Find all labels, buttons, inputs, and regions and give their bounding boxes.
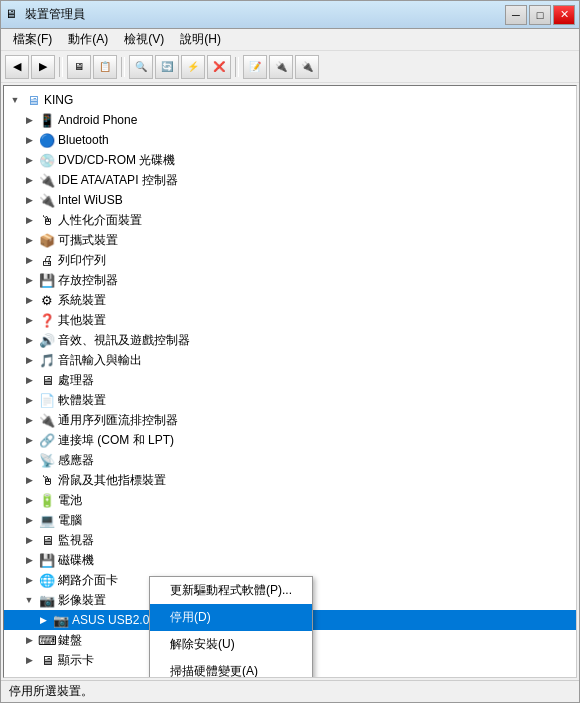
android-expand[interactable]: ▶	[22, 113, 36, 127]
root-icon: 🖥	[25, 92, 41, 108]
tree-item-wiusb[interactable]: ▶ 🔌 Intel WiUSB	[4, 190, 576, 210]
ide-expand[interactable]: ▶	[22, 173, 36, 187]
monitor-expand[interactable]: ▶	[22, 533, 36, 547]
menu-help[interactable]: 說明(H)	[172, 29, 229, 50]
webcam-icon: 📷	[53, 612, 69, 628]
menu-action[interactable]: 動作(A)	[60, 29, 116, 50]
other-label: 其他裝置	[58, 312, 106, 329]
ctx-update[interactable]: 更新驅動程式軟體(P)...	[150, 577, 312, 604]
wiusb-expand[interactable]: ▶	[22, 193, 36, 207]
keyboard-icon: ⌨	[39, 632, 55, 648]
display-expand[interactable]: ▶	[22, 653, 36, 667]
status-text: 停用所選裝置。	[9, 683, 93, 700]
ide-icon: 🔌	[39, 172, 55, 188]
storage-icon: 💾	[39, 272, 55, 288]
tree-item-dvd[interactable]: ▶ 💿 DVD/CD-ROM 光碟機	[4, 150, 576, 170]
disk-expand[interactable]: ▶	[22, 553, 36, 567]
keyboard-expand[interactable]: ▶	[22, 633, 36, 647]
monitor-label: 監視器	[58, 532, 94, 549]
mouse-expand[interactable]: ▶	[22, 473, 36, 487]
sound-expand[interactable]: ▶	[22, 333, 36, 347]
bluetooth-expand[interactable]: ▶	[22, 133, 36, 147]
tree-item-portable[interactable]: ▶ 📦 可攜式裝置	[4, 230, 576, 250]
com-icon: 🔗	[39, 432, 55, 448]
portable-expand[interactable]: ▶	[22, 233, 36, 247]
tree-item-battery[interactable]: ▶ 🔋 電池	[4, 490, 576, 510]
system-expand[interactable]: ▶	[22, 293, 36, 307]
tree-item-bluetooth[interactable]: ▶ 🔵 Bluetooth	[4, 130, 576, 150]
tree-item-ide[interactable]: ▶ 🔌 IDE ATA/ATAPI 控制器	[4, 170, 576, 190]
sensor-expand[interactable]: ▶	[22, 453, 36, 467]
tree-item-system[interactable]: ▶ ⚙ 系統裝置	[4, 290, 576, 310]
toolbar-btn-7[interactable]: 📝	[243, 55, 267, 79]
tree-item-storage[interactable]: ▶ 💾 存放控制器	[4, 270, 576, 290]
processor-icon: 🖥	[39, 372, 55, 388]
minimize-button[interactable]: ─	[505, 5, 527, 25]
tree-item-computer[interactable]: ▶ 💻 電腦	[4, 510, 576, 530]
tree-item-sensor[interactable]: ▶ 📡 感應器	[4, 450, 576, 470]
ctx-disable[interactable]: 停用(D)	[150, 604, 312, 631]
menu-view[interactable]: 檢視(V)	[116, 29, 172, 50]
toolbar-btn-4[interactable]: 🔄	[155, 55, 179, 79]
storage-expand[interactable]: ▶	[22, 273, 36, 287]
close-button[interactable]: ✕	[553, 5, 575, 25]
tree-item-audio[interactable]: ▶ 🎵 音訊輸入與輸出	[4, 350, 576, 370]
toolbar-btn-1[interactable]: 🖥	[67, 55, 91, 79]
forward-button[interactable]: ▶	[31, 55, 55, 79]
tree-item-android[interactable]: ▶ 📱 Android Phone	[4, 110, 576, 130]
back-button[interactable]: ◀	[5, 55, 29, 79]
wiusb-icon: 🔌	[39, 192, 55, 208]
hid-expand[interactable]: ▶	[22, 213, 36, 227]
toolbar-btn-2[interactable]: 📋	[93, 55, 117, 79]
tree-item-sound[interactable]: ▶ 🔊 音效、視訊及遊戲控制器	[4, 330, 576, 350]
toolbar-separator-3	[235, 57, 239, 77]
network-expand[interactable]: ▶	[22, 573, 36, 587]
computer-label: 電腦	[58, 512, 82, 529]
com-label: 連接埠 (COM 和 LPT)	[58, 432, 174, 449]
printer-expand[interactable]: ▶	[22, 253, 36, 267]
ctx-uninstall[interactable]: 解除安裝(U)	[150, 631, 312, 658]
title-bar: 🖥 裝置管理員 ─ □ ✕	[1, 1, 579, 29]
computer-expand[interactable]: ▶	[22, 513, 36, 527]
tree-item-hid[interactable]: ▶ 🖱 人性化介面裝置	[4, 210, 576, 230]
webcam-expand[interactable]: ▶	[36, 613, 50, 627]
toolbar: ◀ ▶ 🖥 📋 🔍 🔄 ⚡ ❌ 📝 🔌 🔌	[1, 51, 579, 83]
portable-icon: 📦	[39, 232, 55, 248]
tree-item-usb-ctrl[interactable]: ▶ 🔌 通用序列匯流排控制器	[4, 410, 576, 430]
tree-item-disk[interactable]: ▶ 💾 磁碟機	[4, 550, 576, 570]
ctx-scan[interactable]: 掃描硬體變更(A)	[150, 658, 312, 678]
processor-expand[interactable]: ▶	[22, 373, 36, 387]
device-manager-window: 🖥 裝置管理員 ─ □ ✕ 檔案(F) 動作(A) 檢視(V) 說明(H) ◀ …	[0, 0, 580, 703]
root-label: KING	[44, 93, 73, 107]
toolbar-btn-5[interactable]: ⚡	[181, 55, 205, 79]
disk-label: 磁碟機	[58, 552, 94, 569]
tree-root[interactable]: ▼ 🖥 KING	[4, 90, 576, 110]
image-expand[interactable]: ▼	[22, 593, 36, 607]
toolbar-btn-8[interactable]: 🔌	[269, 55, 293, 79]
tree-item-com[interactable]: ▶ 🔗 連接埠 (COM 和 LPT)	[4, 430, 576, 450]
maximize-button[interactable]: □	[529, 5, 551, 25]
root-expand-icon[interactable]: ▼	[8, 93, 22, 107]
toolbar-separator-1	[59, 57, 63, 77]
software-icon: 📄	[39, 392, 55, 408]
software-expand[interactable]: ▶	[22, 393, 36, 407]
tree-item-mouse[interactable]: ▶ 🖱 滑鼠及其他指標裝置	[4, 470, 576, 490]
audio-expand[interactable]: ▶	[22, 353, 36, 367]
tree-item-processor[interactable]: ▶ 🖥 處理器	[4, 370, 576, 390]
toolbar-btn-3[interactable]: 🔍	[129, 55, 153, 79]
toolbar-btn-6[interactable]: ❌	[207, 55, 231, 79]
menu-file[interactable]: 檔案(F)	[5, 29, 60, 50]
main-content: ▼ 🖥 KING ▶ 📱 Android Phone ▶ 🔵 Bluetooth…	[3, 85, 577, 678]
other-expand[interactable]: ▶	[22, 313, 36, 327]
toolbar-btn-9[interactable]: 🔌	[295, 55, 319, 79]
usb-ctrl-label: 通用序列匯流排控制器	[58, 412, 178, 429]
dvd-expand[interactable]: ▶	[22, 153, 36, 167]
tree-item-software[interactable]: ▶ 📄 軟體裝置	[4, 390, 576, 410]
tree-item-printer[interactable]: ▶ 🖨 列印佇列	[4, 250, 576, 270]
battery-expand[interactable]: ▶	[22, 493, 36, 507]
com-expand[interactable]: ▶	[22, 433, 36, 447]
tree-item-other[interactable]: ▶ ❓ 其他裝置	[4, 310, 576, 330]
usb-ctrl-expand[interactable]: ▶	[22, 413, 36, 427]
storage-label: 存放控制器	[58, 272, 118, 289]
tree-item-monitor[interactable]: ▶ 🖥 監視器	[4, 530, 576, 550]
